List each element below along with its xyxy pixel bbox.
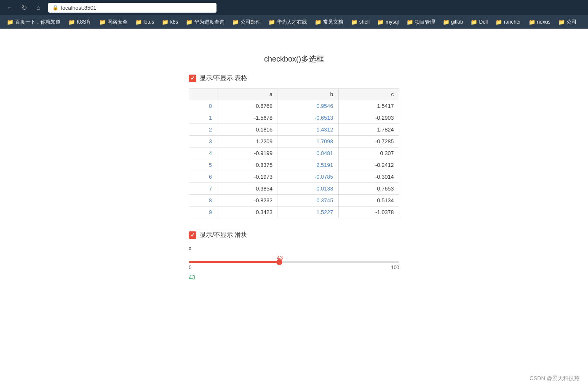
table-row: 6 -0.1973 -0.0785 -0.3014 [189, 171, 399, 183]
address-bar[interactable]: 🔒 localhost:8501 [48, 3, 216, 13]
cell-b: 0.0481 [278, 148, 339, 159]
bookmark-label: 公司 [567, 19, 577, 26]
slider-checkbox[interactable]: ✓ [189, 231, 196, 239]
cell-c: -0.2903 [339, 112, 399, 124]
folder-icon: 📁 [186, 19, 192, 25]
bookmark-label: shell [359, 19, 370, 25]
table-row: 9 0.3423 1.5227 -1.0378 [189, 207, 399, 218]
cell-index: 7 [189, 183, 217, 195]
home-button[interactable]: ⌂ [34, 3, 43, 12]
cell-a: -0.8232 [217, 195, 278, 207]
bookmark-label: 百度一下，你就知道 [15, 19, 61, 26]
bookmark-item[interactable]: 📁网络安全 [96, 17, 131, 27]
lock-icon: 🔒 [52, 5, 59, 11]
cell-a: 0.3854 [217, 183, 278, 195]
folder-icon: 📁 [377, 19, 384, 25]
table-row: 4 -0.9199 0.0481 0.307 [189, 148, 399, 159]
browser-chrome: ← ↻ ⌂ 🔒 localhost:8501 📁百度一下，你就知道📁K8S库📁网… [0, 0, 588, 29]
slider-fill [189, 261, 279, 263]
folder-icon: 📁 [495, 19, 502, 25]
back-button[interactable]: ← [5, 3, 14, 12]
cell-b: 0.9546 [278, 100, 339, 112]
bookmark-item[interactable]: 📁项目管理 [403, 17, 438, 27]
table-row: 3 1.2209 1.7098 -0.7285 [189, 136, 399, 148]
folder-icon: 📁 [443, 19, 449, 25]
bookmark-item[interactable]: 📁gitlab [439, 18, 467, 27]
cell-b: 1.7098 [278, 136, 339, 148]
bookmark-item[interactable]: 📁公司邮件 [229, 17, 264, 27]
table-row: 5 0.8375 2.5191 -0.2412 [189, 159, 399, 171]
browser-titlebar: ← ↻ ⌂ 🔒 localhost:8501 [0, 0, 588, 15]
footer-watermark: CSDN @景天科技苑 [529, 375, 580, 382]
folder-icon: 📁 [7, 19, 13, 25]
main-content: checkbox()多选框 ✓ 显示/不显示 表格 a b c 0 0.6768 [0, 29, 588, 389]
cell-a: -0.9199 [217, 148, 278, 159]
bookmark-label: nexus [537, 19, 551, 25]
folder-icon: 📁 [232, 19, 239, 25]
cell-b: 1.4312 [278, 124, 339, 136]
address-text: localhost:8501 [61, 5, 96, 11]
slider-variable-label: x [189, 245, 399, 251]
cell-c: -1.0378 [339, 207, 399, 218]
cell-a: 0.3423 [217, 207, 278, 218]
cell-index: 8 [189, 195, 217, 207]
data-table: a b c 0 0.6768 0.9546 1.5417 1 -1.5678 -… [189, 88, 399, 218]
table-checkbox-label: 显示/不显示 表格 [200, 74, 247, 82]
cell-index: 5 [189, 159, 217, 171]
cell-c: 0.5134 [339, 195, 399, 207]
bookmark-item[interactable]: 📁华为进度查询 [182, 17, 228, 27]
bookmark-label: 常见文档 [323, 19, 343, 26]
bookmark-item[interactable]: 📁K8S库 [65, 17, 95, 27]
bookmark-label: lotus [144, 19, 154, 25]
bookmark-item[interactable]: 📁lotus [132, 18, 158, 27]
folder-icon: 📁 [315, 19, 321, 25]
bookmark-label: k8s [170, 19, 178, 25]
cell-a: 0.8375 [217, 159, 278, 171]
bookmark-label: rancher [504, 19, 521, 25]
folder-icon: 📁 [529, 19, 535, 25]
bookmark-item[interactable]: 📁百度一下，你就知道 [3, 17, 64, 27]
folder-icon: 📁 [406, 19, 413, 25]
bookmark-item[interactable]: 📁rancher [492, 18, 524, 27]
bookmark-item[interactable]: 📁shell [347, 18, 373, 27]
cell-b: 0.3745 [278, 195, 339, 207]
checkmark-icon-2: ✓ [190, 232, 195, 238]
table-row: 7 0.3854 -0.0138 -0.7653 [189, 183, 399, 195]
table-section: ✓ 显示/不显示 表格 a b c 0 0.6768 0.9546 1.5417… [189, 74, 399, 218]
cell-c: -0.2412 [339, 159, 399, 171]
cell-b: 2.5191 [278, 159, 339, 171]
cell-index: 0 [189, 100, 217, 112]
cell-index: 1 [189, 112, 217, 124]
bookmark-item[interactable]: 📁mysql [374, 18, 402, 27]
bookmark-item[interactable]: 📁k8s [158, 18, 182, 27]
refresh-button[interactable]: ↻ [19, 3, 29, 12]
bookmark-item[interactable]: 📁常见文档 [311, 17, 347, 27]
table-checkbox[interactable]: ✓ [189, 75, 196, 82]
col-a-header: a [217, 89, 278, 100]
cell-a: -0.1973 [217, 171, 278, 183]
cell-c: -0.7285 [339, 136, 399, 148]
cell-a: 1.2209 [217, 136, 278, 148]
folder-icon: 📁 [558, 19, 565, 25]
col-b-header: b [278, 89, 339, 100]
table-row: 1 -1.5678 -0.6513 -0.2903 [189, 112, 399, 124]
bookmark-label: 网络安全 [107, 19, 128, 26]
cell-a: 0.6768 [217, 100, 278, 112]
cell-index: 3 [189, 136, 217, 148]
bookmark-label: K8S库 [77, 19, 91, 26]
bookmark-item[interactable]: 📁nexus [525, 18, 554, 27]
slider-output: 43 [189, 274, 399, 281]
bookmark-label: 华为进度查询 [194, 19, 225, 26]
folder-icon: 📁 [162, 19, 168, 25]
slider-checkbox-row: ✓ 显示/不显示 滑块 [189, 231, 399, 239]
bookmark-item[interactable]: 📁Dell [467, 18, 491, 27]
slider-section: ✓ 显示/不显示 滑块 x 43 0 100 43 [189, 231, 399, 281]
folder-icon: 📁 [470, 19, 477, 25]
bookmark-item[interactable]: 📁华为人才在线 [265, 17, 310, 27]
table-row: 2 -0.1816 1.4312 1.7824 [189, 124, 399, 136]
bookmark-item[interactable]: 📁公司 [555, 17, 580, 27]
cell-c: 1.5417 [339, 100, 399, 112]
bookmark-label: gitlab [451, 19, 463, 25]
bookmarks-bar: 📁百度一下，你就知道📁K8S库📁网络安全📁lotus📁k8s📁华为进度查询📁公司… [0, 15, 588, 29]
col-index-header [189, 89, 217, 100]
